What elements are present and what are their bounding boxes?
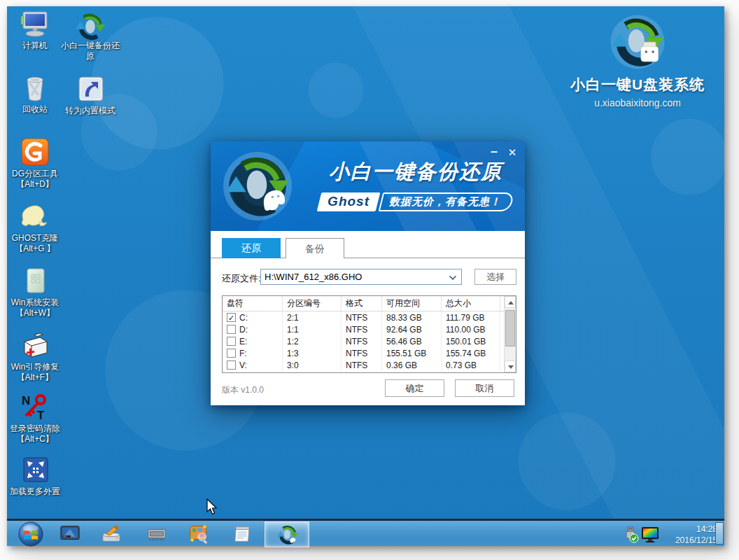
desktop-icon-label: 小白一键备份还原 (59, 41, 121, 62)
desktop-icon-internal-mode[interactable]: 转为内置模式 (59, 76, 121, 116)
nt-password-key-icon: NT (19, 393, 51, 421)
taskbar-app-notepad[interactable] (232, 524, 254, 545)
desktop-icon-label: 加载更多外置 (4, 486, 66, 497)
desktop[interactable]: 计算机 小白一键备份还原 回收站 转为内置模式 DG分区工具【Alt+D】 (7, 6, 724, 519)
internal-mode-arrow-icon (74, 76, 106, 104)
table-row[interactable]: ✓C: 2:1 NTFS 88.33 GB 111.79 GB (223, 312, 516, 323)
tray-usb-icon[interactable] (621, 526, 640, 544)
desktop-icon-label: DG分区工具【Alt+D】 (4, 169, 66, 190)
ghost-backup-logo-icon (222, 150, 293, 222)
load-more-icon (19, 456, 51, 484)
taskbar-app-tweaker[interactable] (188, 524, 210, 545)
header-partition: 分区编号 (283, 296, 342, 311)
slogan-badge: 数据无价，有备无患！ (379, 192, 515, 211)
brand-title: 小白一键U盘装系统 (557, 75, 718, 94)
brand-logo-block: 小白一键U盘装系统 u.xiaobaixitong.com (557, 13, 718, 108)
svg-text:N: N (22, 394, 30, 407)
desktop-icon-label: 转为内置模式 (59, 106, 121, 116)
taskbar-app-display[interactable] (59, 524, 81, 545)
dialog-body: 还原 备份 还原文件: H:\WIN7_612_x86.GHO 选择 盘符 分区… (211, 231, 525, 405)
close-button[interactable]: ✕ (505, 146, 519, 160)
ghost-icon (19, 203, 51, 231)
clock-time: 14:28 (668, 524, 717, 535)
chevron-down-icon (449, 273, 456, 280)
boot-repair-kit-icon (19, 332, 51, 360)
desktop-icon-password-clear[interactable]: NT 登录密码清除【Alt+C】 (4, 393, 66, 444)
cancel-button[interactable]: 取消 (455, 379, 514, 397)
mouse-cursor (206, 498, 218, 515)
checkbox[interactable] (227, 337, 236, 346)
tab-backup[interactable]: 备份 (286, 238, 344, 258)
arrow-down-icon (508, 365, 514, 369)
diskgenius-icon (19, 139, 51, 167)
header-total-size: 总大小 (442, 296, 500, 311)
brand-url: u.xiaobaixitong.com (557, 97, 718, 108)
start-button[interactable] (18, 522, 43, 547)
win-setup-icon (19, 267, 51, 295)
desktop-icon-computer[interactable]: 计算机 (4, 10, 66, 51)
desktop-icon-load-more[interactable]: 加载更多外置 (4, 456, 66, 497)
desktop-icon-xiaobai-backup[interactable]: 小白一键备份还原 (59, 10, 121, 62)
tray-display-color-icon[interactable] (640, 526, 660, 544)
arrow-up-icon (508, 301, 514, 304)
checkbox[interactable] (227, 360, 236, 370)
desktop-icon-label: Win引导修复【Alt+F】 (4, 362, 66, 383)
computer-icon (19, 10, 51, 38)
select-file-button[interactable]: 选择 (474, 269, 516, 285)
ghost-badge: Ghost (316, 192, 380, 211)
header-free-space: 可用空间 (382, 296, 442, 311)
restore-file-label: 还原文件: (222, 272, 261, 285)
desktop-icon-label: Win系统安装【Alt+W】 (4, 298, 66, 318)
desktop-icon-win-setup[interactable]: Win系统安装【Alt+W】 (4, 267, 66, 318)
minimize-button[interactable]: – (487, 146, 501, 160)
table-row[interactable]: V: 3:0 NTFS 0.36 GB 0.73 GB (223, 359, 516, 371)
table-row[interactable]: D: 1:1 NTFS 92.64 GB 110.00 GB (223, 323, 516, 335)
partition-table: 盘符 分区编号 格式 可用空间 总大小 ✓C: 2:1 NTFS 88.33 G… (222, 295, 516, 373)
svg-text:T: T (37, 409, 45, 421)
backup-restore-icon (74, 10, 106, 38)
screen: 计算机 小白一键备份还原 回收站 转为内置模式 DG分区工具【Alt+D】 (7, 6, 724, 546)
dialog-titlebar[interactable]: – ✕ 小白一键备份还原 Ghost 数据无价，有备无患！ (211, 141, 525, 231)
table-row[interactable]: F: 1:3 NTFS 155.51 GB 155.74 GB (223, 347, 516, 359)
usb-system-logo-icon (609, 13, 666, 74)
dialog-title: 小白一键备份还原 (314, 158, 517, 186)
desktop-icon-label: 计算机 (4, 41, 66, 51)
show-desktop-button[interactable] (715, 522, 724, 545)
checkbox[interactable] (227, 325, 236, 334)
version-label: 版本 v1.0.0 (222, 384, 264, 396)
table-header-row: 盘符 分区编号 格式 可用空间 总大小 (223, 296, 516, 312)
header-format: 格式 (342, 296, 382, 311)
table-row[interactable]: E: 1:2 NTFS 56.46 GB 150.01 GB (223, 335, 516, 347)
header-drive: 盘符 (223, 296, 283, 311)
restore-file-combobox[interactable]: H:\WIN7_612_x86.GHO (260, 269, 462, 285)
recycle-bin-icon (19, 74, 51, 102)
taskbar-app-backup-restore-active[interactable] (265, 522, 309, 547)
ok-button[interactable]: 确定 (385, 379, 444, 397)
table-scrollbar[interactable] (504, 296, 516, 372)
scroll-down-button[interactable] (505, 360, 516, 372)
desktop-icon-recycle-bin[interactable]: 回收站 (4, 74, 66, 115)
desktop-icon-label: 回收站 (4, 104, 66, 115)
desktop-icon-ghost-clone[interactable]: GHOST克隆【Alt+G 】 (4, 203, 66, 254)
restore-file-value: H:\WIN7_612_x86.GHO (265, 272, 362, 282)
taskbar-app-disk-tool[interactable] (100, 524, 122, 545)
clock-date: 2016/12/15 (668, 535, 717, 546)
taskbar: 14:28 2016/12/15 (7, 519, 724, 546)
desktop-icon-diskgenius[interactable]: DG分区工具【Alt+D】 (4, 139, 66, 190)
tray-clock[interactable]: 14:28 2016/12/15 (668, 524, 717, 546)
desktop-icon-label: 登录密码清除【Alt+C】 (4, 424, 66, 444)
checkbox[interactable] (227, 349, 236, 358)
scroll-up-button[interactable] (505, 296, 516, 308)
scrollbar-thumb[interactable] (505, 310, 515, 346)
desktop-icon-label: GHOST克隆【Alt+G 】 (4, 233, 66, 254)
desktop-icon-boot-repair[interactable]: Win引导修复【Alt+F】 (4, 332, 66, 383)
checkbox[interactable]: ✓ (227, 313, 236, 322)
backup-restore-dialog: – ✕ 小白一键备份还原 Ghost 数据无价，有备无患！ 还原 备份 还原文件 (211, 141, 525, 405)
taskbar-app-memory[interactable] (146, 524, 168, 545)
tab-restore[interactable]: 还原 (222, 238, 281, 258)
